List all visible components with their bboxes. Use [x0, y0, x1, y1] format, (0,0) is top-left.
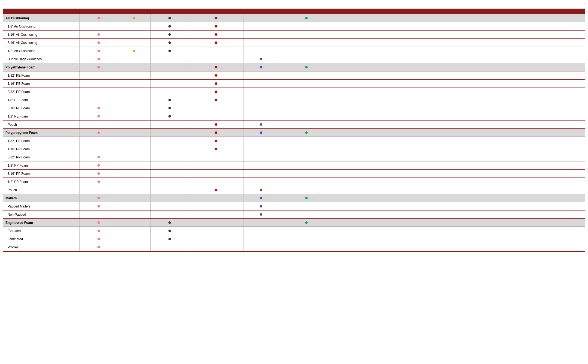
table-row: Extruded: [3, 227, 585, 235]
dot-cell-voidfill: [118, 121, 151, 128]
table-row: 1/32" PE Foam: [3, 71, 585, 80]
dot-cell-voidfill: [118, 112, 151, 120]
row-name: Air Cushioning: [3, 14, 80, 22]
row-name: Pouch: [3, 186, 80, 194]
header-sustainability: [279, 9, 334, 14]
dot-cell-sustainability: [279, 178, 334, 186]
dot-cell-containment: [243, 235, 279, 243]
dot-cell-surfaceprotection: [189, 71, 243, 79]
dot-cell-containment: [243, 170, 279, 178]
dot-cell-containment: [243, 31, 279, 38]
dot-cell-sustainability: [279, 243, 334, 251]
table-row: 3/16" Air Cushioning: [3, 31, 585, 39]
table-row: 1/32" PP Foam: [3, 137, 585, 145]
dot-cell-cushioning: [80, 235, 118, 243]
row-name: Engineered Foam: [3, 219, 80, 227]
dot-cell-blockbrace: [151, 39, 189, 47]
dot-cell-surfaceprotection: [189, 112, 243, 120]
dot-cell-cushioning: [80, 178, 118, 186]
dot-cell-voidfill: [118, 71, 151, 79]
table-row: Laminated: [3, 235, 585, 243]
dot-cell-surfaceprotection: [189, 145, 243, 153]
dot-cell-voidfill: [118, 145, 151, 153]
row-name: 1/32" PP Foam: [3, 137, 80, 145]
row-name: Mailers: [3, 194, 80, 202]
dot-cell-cushioning: [80, 202, 118, 210]
dot-cell-cushioning: [80, 22, 118, 30]
dot-cell-blockbrace: [151, 145, 189, 153]
dot-cell-containment: [243, 137, 279, 145]
dot-cell-sustainability: [279, 39, 334, 47]
dot-cell-cushioning: [80, 31, 118, 38]
dot-cell-cushioning: [80, 227, 118, 235]
dot-cell-blockbrace: [151, 227, 189, 235]
dot-cell-surfaceprotection: [189, 88, 243, 96]
header-voidfill: [118, 9, 151, 14]
table-body: Air Cushioning1/8" Air Cushioning3/16" A…: [3, 14, 585, 251]
table-row: Bubble Bags / Pouches: [3, 55, 585, 63]
dot-cell-containment: [243, 63, 279, 71]
table-row: 5/16" Air Cushioning: [3, 39, 585, 47]
dot-cell-containment: [243, 186, 279, 194]
dot-cell-surfaceprotection: [189, 104, 243, 112]
table-row: 3/16" PE Foam: [3, 104, 585, 112]
table-row: 1/16" PP Foam: [3, 145, 585, 153]
dot-cell-containment: [243, 153, 279, 161]
dot-cell-surfaceprotection: [189, 202, 243, 210]
dot-cell-containment: [243, 88, 279, 96]
row-name: Non-Padded: [3, 210, 80, 218]
dot-cell-voidfill: [118, 47, 151, 55]
dot-cell-voidfill: [118, 243, 151, 251]
dot-cell-surfaceprotection: [189, 14, 243, 22]
dot-cell-surfaceprotection: [189, 22, 243, 30]
dot-cell-cushioning: [80, 104, 118, 112]
dot-cell-blockbrace: [151, 153, 189, 161]
dot-cell-surfaceprotection: [189, 186, 243, 194]
dot-cell-sustainability: [279, 210, 334, 218]
row-name: 1/2" PP Foam: [3, 178, 80, 186]
dot-cell-surfaceprotection: [189, 219, 243, 227]
dot-cell-cushioning: [80, 219, 118, 227]
dot-cell-surfaceprotection: [189, 243, 243, 251]
dot-cell-containment: [243, 55, 279, 63]
dot-cell-cushioning: [80, 153, 118, 161]
dot-cell-surfaceprotection: [189, 80, 243, 88]
dot-cell-voidfill: [118, 22, 151, 30]
dot-cell-voidfill: [118, 235, 151, 243]
header-cushioning: [80, 9, 118, 14]
dot-cell-blockbrace: [151, 243, 189, 251]
dot-cell-voidfill: [118, 80, 151, 88]
table-row: 3/32" PP Foam: [3, 153, 585, 161]
table-row: 1/16" PE Foam: [3, 80, 585, 88]
dot-cell-cushioning: [80, 145, 118, 153]
dot-cell-surfaceprotection: [189, 137, 243, 145]
dot-cell-cushioning: [80, 121, 118, 128]
row-name: Pouch: [3, 121, 80, 128]
dot-cell-blockbrace: [151, 55, 189, 63]
dot-cell-cushioning: [80, 14, 118, 22]
dot-cell-sustainability: [279, 88, 334, 96]
dot-cell-sustainability: [279, 22, 334, 30]
row-name: Laminated: [3, 235, 80, 243]
dot-cell-voidfill: [118, 219, 151, 227]
dot-cell-sustainability: [279, 145, 334, 153]
dot-cell-voidfill: [118, 129, 151, 137]
dot-cell-sustainability: [279, 121, 334, 128]
row-name: Polypropylene Foam: [3, 129, 80, 137]
dot-cell-sustainability: [279, 96, 334, 104]
dot-cell-sustainability: [279, 14, 334, 22]
dot-cell-cushioning: [80, 161, 118, 169]
dot-cell-surfaceprotection: [189, 47, 243, 55]
top-bar: [3, 3, 585, 9]
dot-cell-blockbrace: [151, 80, 189, 88]
dot-cell-voidfill: [118, 170, 151, 178]
dot-cell-surfaceprotection: [189, 153, 243, 161]
dot-cell-cushioning: [80, 88, 118, 96]
dot-cell-voidfill: [118, 178, 151, 186]
dot-cell-containment: [243, 14, 279, 22]
dot-cell-containment: [243, 71, 279, 79]
dot-cell-surfaceprotection: [189, 227, 243, 235]
dot-cell-sustainability: [279, 186, 334, 194]
table-row: Polyethylene Foam: [3, 63, 585, 71]
dot-cell-surfaceprotection: [189, 96, 243, 104]
